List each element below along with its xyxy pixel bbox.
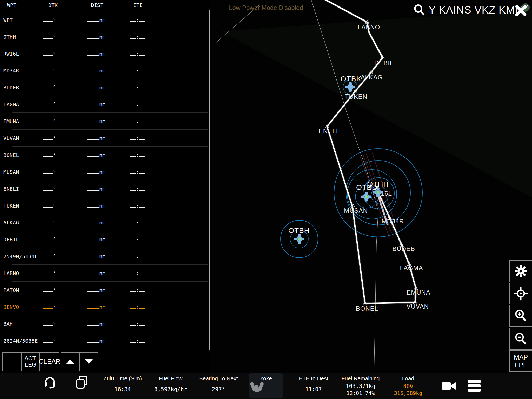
dtk-value: ° [36,51,56,57]
map-label-labno: LABNO [358,24,380,31]
dtk-value: ° [36,84,56,91]
ete-value: : [129,287,145,293]
status-item-fuel-remaining[interactable]: Fuel Remaining103,371kg12:01 74% [341,373,380,396]
waypoint-name: DENVO [3,304,19,310]
fpl-column-header-wpt: WPT [7,2,16,8]
ete-value: : [129,34,145,40]
close-button[interactable] [514,3,530,19]
atc-comms-button[interactable] [43,375,57,389]
crosshair-icon [514,287,528,301]
dist-value: nm [86,253,105,260]
ete-value: : [129,270,145,276]
menu-button[interactable] [467,380,482,393]
row-divider [12,349,208,349]
dist-value: nm [86,338,105,344]
center-on-aircraft-button[interactable] [509,283,532,304]
fpl-row-md34r[interactable]: MD34R°nm: [0,62,209,79]
map-fpl-toggle-button[interactable]: MAP FPL [509,350,532,372]
route-search-bar[interactable]: Y KAINS VKZ KMIA [413,3,525,17]
dtk-value: ° [36,287,56,293]
map-label-tuken: TUKEN [345,93,367,100]
clear-fpl-button[interactable]: CLEAR [40,352,59,371]
fpl-row-labno[interactable]: LABNO°nm: [0,265,209,282]
status-item-fuel-flow[interactable]: Fuel Flow8,597kg/hr [154,373,187,393]
fpl-row-musan[interactable]: MUSAN°nm: [0,163,209,180]
status-value: 297° [199,386,238,393]
fpl-row-bonel[interactable]: BONEL°nm: [0,147,209,163]
dtk-value: ° [36,321,56,327]
gear-icon [514,264,528,278]
dtk-value: ° [36,304,56,310]
status-value: 80% [394,383,422,389]
ete-value: : [129,84,145,91]
dtk-value: ° [36,17,56,23]
map-label-alkag: ALKAG [361,74,383,81]
status-item-bearing-to-next[interactable]: Bearing To Next297° [199,373,238,393]
dist-value: nm [86,236,105,243]
status-item-ete-to-dest[interactable]: ETE to Dest11:07 [299,373,328,393]
fpl-row-rw16l[interactable]: RW16L°nm: [0,45,209,62]
status-label: ETE to Dest [299,375,328,382]
zoom-in-icon [514,309,528,323]
search-icon[interactable] [413,3,426,17]
scroll-up-button[interactable] [61,352,80,371]
ete-value: : [129,253,145,260]
dtk-value: ° [36,220,56,226]
dist-value: nm [86,203,105,209]
airport-icon-otbd[interactable] [361,192,371,202]
fpl-row-budeb[interactable]: BUDEB°nm: [0,79,209,96]
zoom-in-button[interactable] [509,305,532,327]
map-label-musan: MUSAN [344,207,368,214]
fpl-row-debil[interactable]: DEBIL°nm: [0,231,209,248]
dist-value: nm [86,270,105,276]
fpl-row-othh[interactable]: OTHH°nm: [0,28,209,45]
fpl-row-lagma[interactable]: LAGMA°nm: [0,96,209,113]
fpl-row-alkag[interactable]: ALKAG°nm: [0,214,209,231]
fpl-row-eneli[interactable]: ENELI°nm: [0,180,209,197]
dist-value: nm [86,101,105,108]
waypoint-name: EMUNA [3,118,19,124]
status-item-zulu-time[interactable]: Zulu Time (Sim)16:34 [103,373,142,393]
status-label: Zulu Time (Sim) [103,375,142,382]
airport-icon-otbh[interactable] [294,234,304,244]
activate-leg-button[interactable]: ACT. LEG [21,352,40,371]
fpl-row-emuna[interactable]: EMUNA°nm: [0,113,209,130]
waypoint-name: PATOM [3,287,19,293]
fpl-row-bah[interactable]: BAH°nm: [0,315,209,332]
dtk-value: ° [36,203,56,209]
status-item-load[interactable]: Load80%315,389kg [394,373,422,396]
ete-value: : [129,118,145,124]
fpl-row-tuken[interactable]: TUKEN°nm: [0,197,209,214]
waypoint-name: LABNO [3,270,19,276]
camera-icon [442,381,456,391]
status-label: Load [394,375,422,382]
status-value: 16:34 [103,386,142,393]
status-value-2: 315,389kg [394,390,422,396]
dtk-value: ° [36,186,56,192]
waypoint-name: VUVAN [3,135,19,141]
dtk-value: ° [36,118,56,124]
fpl-row-2549n-5134e[interactable]: 2549N/5134E°nm: [0,248,209,265]
map-settings-button[interactable] [509,260,532,282]
low-power-toast: Low Power Mode Disabled [229,4,303,11]
replay-camera-button[interactable] [442,381,456,391]
dtk-value: ° [36,338,56,344]
hamburger-icon [467,380,482,393]
zoom-out-button[interactable] [509,328,532,350]
ete-value: : [129,220,145,226]
fpl-row-vuvan[interactable]: VUVAN°nm: [0,130,209,147]
dist-value: nm [86,304,105,310]
fpl-row-denvo[interactable]: DENVO°nm: [0,298,209,315]
fpl-row-patom[interactable]: PATOM°nm: [0,282,209,298]
scroll-down-button[interactable] [79,352,98,371]
yoke-control-tile[interactable]: Yoke [249,373,283,398]
route-title[interactable]: Y KAINS VKZ KMIA [429,4,525,16]
waypoint-name: OTHH [3,34,16,40]
dist-value: nm [86,135,105,141]
remove-waypoint-button[interactable]: - [2,352,21,371]
yoke-label: Yoke [249,375,283,382]
fpl-row-wpt[interactable]: WPT°nm: [0,11,209,28]
copy-button[interactable] [76,375,88,389]
fpl-row-2624n-5035e[interactable]: 2624N/5035E°nm: [0,332,209,349]
fpl-column-header-dtk: DTK [48,2,58,8]
